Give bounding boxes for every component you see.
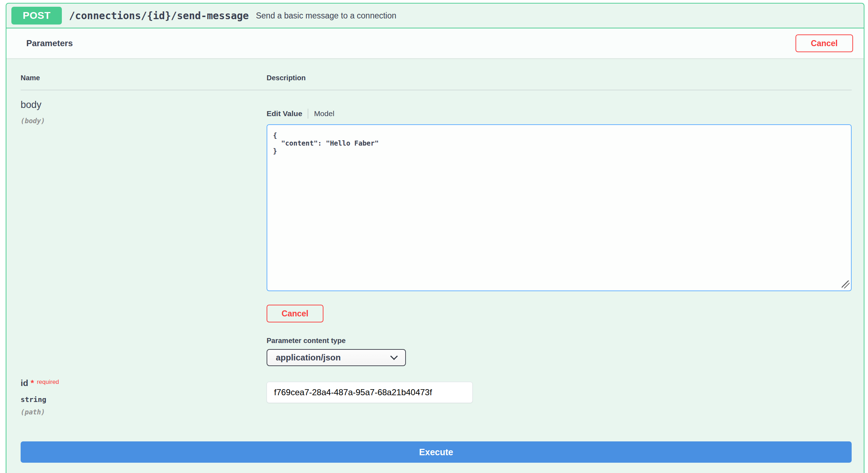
endpoint-summary: Send a basic message to a connection [256, 11, 396, 21]
body-textarea-wrap: { "content": "Hello Faber" } [267, 124, 852, 291]
required-label: required [37, 379, 59, 385]
operation-header[interactable]: POST /connections/{id}/send-message Send… [6, 4, 864, 28]
id-parameter-info: id*required string (path) [21, 378, 267, 416]
operation-panel: POST /connections/{id}/send-message Send… [6, 3, 864, 473]
column-header-description: Description [267, 74, 852, 82]
body-parameter-editor: Edit Value Model { "content": "Hello Fab… [267, 90, 852, 366]
parameters-table: Name Description body (body) Edit Value … [6, 58, 864, 463]
body-parameter-location: (body) [21, 117, 267, 125]
body-value-textarea[interactable]: { "content": "Hello Faber" } [267, 124, 852, 291]
chevron-down-icon [390, 352, 398, 360]
id-parameter-location: (path) [21, 408, 267, 416]
column-header-name: Name [21, 74, 267, 82]
content-type-selected-value: application/json [276, 353, 341, 363]
id-value-input[interactable] [267, 382, 473, 403]
method-badge: POST [11, 7, 62, 25]
endpoint-path: /connections/{id}/send-message [69, 10, 249, 22]
content-type-label: Parameter content type [267, 337, 852, 345]
cancel-edit-button[interactable]: Cancel [267, 305, 323, 322]
content-type-select[interactable]: application/json [267, 349, 406, 366]
id-parameter-row: id*required string (path) [21, 378, 852, 416]
required-star: * [31, 378, 34, 388]
body-parameter-info: body (body) [21, 90, 267, 366]
tab-edit-value[interactable]: Edit Value [267, 109, 302, 118]
body-editor-tabs: Edit Value Model [267, 109, 852, 119]
id-parameter-type: string [21, 395, 267, 404]
execute-button[interactable]: Execute [21, 441, 852, 463]
body-parameter-row: body (body) Edit Value Model { "content"… [21, 90, 852, 366]
tab-model[interactable]: Model [314, 109, 334, 118]
cancel-try-out-button[interactable]: Cancel [795, 34, 853, 52]
id-parameter-editor [267, 378, 852, 416]
body-parameter-name: body [21, 99, 267, 110]
tab-divider [308, 109, 308, 119]
resize-handle-icon[interactable] [842, 281, 850, 288]
id-parameter-name: id [21, 378, 28, 388]
table-header-row: Name Description [21, 58, 852, 90]
parameters-section-header: Parameters Cancel [6, 28, 864, 58]
parameters-title: Parameters [26, 38, 73, 48]
